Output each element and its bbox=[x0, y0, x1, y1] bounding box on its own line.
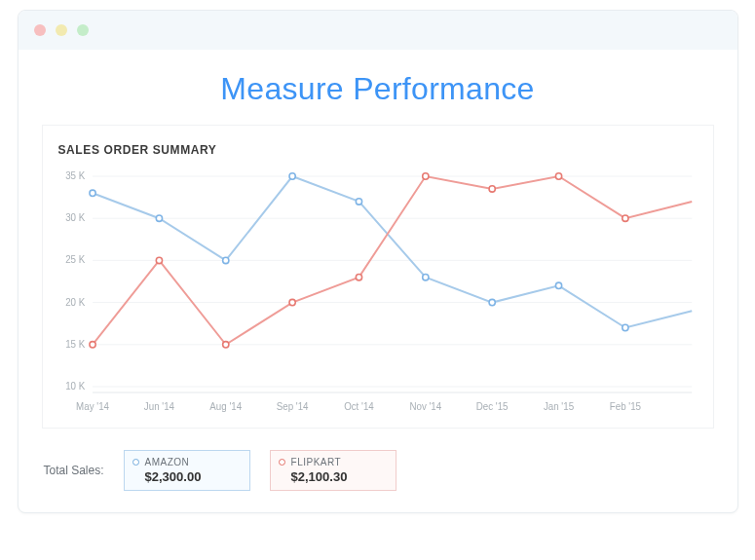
svg-text:35 K: 35 K bbox=[65, 170, 85, 181]
card-title: SALES ORDER SUMMARY bbox=[58, 143, 698, 157]
svg-text:Oct '14: Oct '14 bbox=[344, 401, 374, 412]
circle-icon bbox=[279, 459, 285, 466]
svg-text:15 K: 15 K bbox=[65, 339, 85, 350]
page-title: Measure Performance bbox=[19, 71, 737, 107]
svg-point-33 bbox=[222, 342, 228, 348]
svg-point-27 bbox=[422, 274, 428, 280]
svg-point-32 bbox=[156, 257, 162, 263]
svg-text:Nov '14: Nov '14 bbox=[409, 401, 441, 412]
svg-point-26 bbox=[356, 199, 361, 205]
svg-point-31 bbox=[89, 342, 94, 348]
legend-amazon[interactable]: AMAZON $2,300.00 bbox=[124, 450, 250, 491]
svg-text:May '14: May '14 bbox=[76, 401, 109, 412]
legend-value: $2,100.30 bbox=[279, 469, 386, 484]
svg-point-25 bbox=[288, 173, 294, 179]
legend-name: FLIPKART bbox=[291, 457, 342, 467]
svg-point-22 bbox=[89, 190, 94, 196]
svg-text:Sep '14: Sep '14 bbox=[276, 401, 308, 412]
svg-point-35 bbox=[356, 274, 361, 280]
totals-label: Total Sales: bbox=[44, 464, 104, 477]
svg-point-36 bbox=[422, 173, 428, 179]
svg-text:Feb '15: Feb '15 bbox=[609, 401, 641, 412]
svg-point-23 bbox=[156, 215, 162, 221]
svg-text:10 K: 10 K bbox=[65, 381, 85, 392]
svg-text:Jun '14: Jun '14 bbox=[143, 401, 174, 412]
circle-icon bbox=[132, 459, 139, 466]
legend-name: AMAZON bbox=[145, 457, 190, 467]
svg-point-24 bbox=[222, 257, 228, 263]
svg-text:30 K: 30 K bbox=[65, 212, 85, 223]
window-titlebar bbox=[19, 11, 737, 50]
legend-value: $2,300.00 bbox=[132, 469, 240, 484]
svg-point-29 bbox=[555, 282, 561, 288]
close-icon[interactable] bbox=[34, 24, 46, 36]
svg-point-34 bbox=[288, 299, 294, 305]
svg-text:Jan '15: Jan '15 bbox=[543, 401, 574, 412]
svg-point-30 bbox=[622, 324, 627, 330]
app-window: Measure Performance SALES ORDER SUMMARY … bbox=[18, 10, 738, 513]
svg-text:Aug '14: Aug '14 bbox=[209, 401, 242, 412]
sales-summary-card: SALES ORDER SUMMARY 35 K30 K25 K20 K15 K… bbox=[42, 125, 714, 429]
minimize-icon[interactable] bbox=[56, 24, 67, 36]
maximize-icon[interactable] bbox=[77, 24, 89, 36]
svg-text:20 K: 20 K bbox=[65, 296, 85, 307]
totals-row: Total Sales: AMAZON $2,300.00 FLIPKART $… bbox=[44, 450, 712, 491]
legend-flipkart[interactable]: FLIPKART $2,100.30 bbox=[270, 450, 396, 491]
svg-point-38 bbox=[555, 173, 561, 179]
svg-text:Dec '15: Dec '15 bbox=[475, 401, 508, 412]
svg-point-39 bbox=[622, 215, 627, 221]
svg-point-37 bbox=[489, 186, 495, 192]
svg-point-28 bbox=[489, 299, 495, 305]
svg-text:25 K: 25 K bbox=[65, 254, 85, 265]
sales-line-chart: 35 K30 K25 K20 K15 K10 KMay '14Jun '14Au… bbox=[55, 167, 701, 420]
